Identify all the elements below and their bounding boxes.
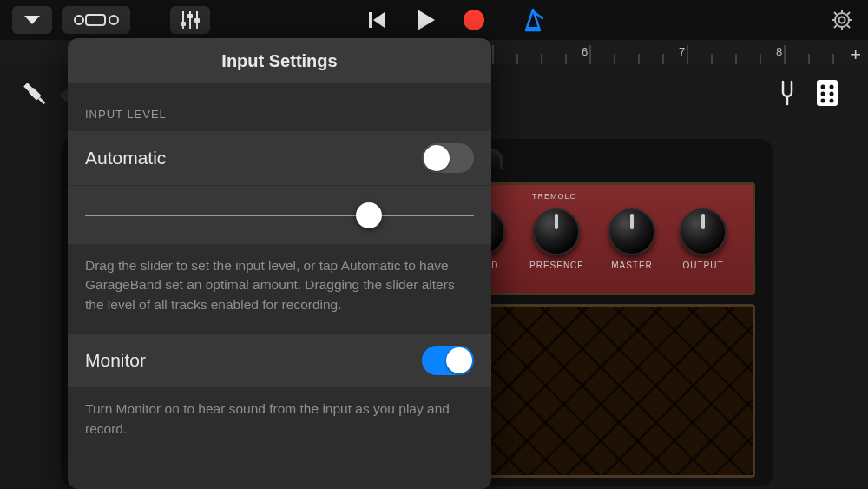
input-level-section-label: INPUT LEVEL: [68, 83, 491, 131]
input-level-slider-row: [68, 185, 491, 244]
monitor-label: Monitor: [85, 350, 422, 371]
tuner-button[interactable]: [774, 80, 800, 106]
amp-knob-presence[interactable]: [533, 208, 580, 255]
svg-line-26: [834, 25, 837, 28]
automatic-switch[interactable]: [422, 143, 474, 173]
svg-marker-0: [24, 16, 40, 24]
svg-point-3: [109, 16, 118, 24]
svg-point-1: [75, 16, 83, 24]
go-to-start-button[interactable]: [359, 6, 394, 34]
input-level-slider[interactable]: [85, 215, 474, 216]
amp-section-label: TREMOLO: [532, 192, 577, 201]
svg-rect-16: [527, 27, 539, 30]
svg-rect-8: [187, 14, 193, 18]
tracks-view-button[interactable]: [62, 6, 130, 34]
svg-line-25: [847, 12, 850, 15]
svg-point-18: [839, 17, 845, 23]
play-icon: [416, 9, 435, 31]
app-root: 6 7 8 + TREMOLO SPEED PRESENCE MASTER OU…: [0, 0, 868, 489]
monitor-row: Monitor: [68, 334, 491, 387]
amp-knob-label: PRESENCE: [529, 261, 584, 270]
svg-line-24: [847, 25, 850, 28]
mixer-button[interactable]: [170, 6, 210, 34]
toolbar: [0, 0, 868, 40]
amp-presets-icon: [814, 78, 840, 108]
svg-point-17: [835, 13, 849, 27]
automatic-row: Automatic: [68, 131, 491, 185]
ruler-num: 6: [582, 45, 588, 58]
record-icon: [462, 8, 486, 32]
monitor-switch[interactable]: [422, 346, 474, 375]
amp-knob-master[interactable]: [608, 208, 655, 255]
svg-rect-2: [86, 15, 105, 25]
svg-marker-12: [418, 10, 435, 30]
svg-rect-10: [369, 12, 372, 28]
svg-rect-9: [194, 18, 200, 23]
amp-knob-output[interactable]: [680, 208, 727, 255]
add-section-button[interactable]: +: [850, 43, 861, 66]
gear-icon: [830, 8, 854, 32]
sliders-icon: [180, 11, 201, 29]
audio-jack-icon: [19, 78, 50, 109]
amp-knob-label: OUTPUT: [682, 261, 723, 270]
chevron-down-icon: [24, 15, 40, 25]
record-button[interactable]: [457, 6, 491, 34]
amp-knob-label: MASTER: [611, 261, 653, 270]
svg-point-51: [830, 92, 834, 96]
popover-title: Input Settings: [68, 38, 491, 83]
svg-line-45: [39, 98, 44, 103]
input-level-slider-thumb[interactable]: [356, 202, 382, 228]
input-plug-button[interactable]: [19, 78, 50, 109]
svg-point-52: [821, 99, 825, 103]
input-level-help-text: Drag the slider to set the input level, …: [68, 244, 491, 334]
svg-point-53: [830, 99, 834, 103]
amp-presets-button[interactable]: [814, 78, 840, 108]
svg-point-48: [821, 85, 825, 89]
svg-rect-7: [181, 22, 186, 26]
tracks-icon: [74, 11, 119, 29]
input-settings-popover: Input Settings INPUT LEVEL Automatic Dra…: [68, 38, 491, 489]
svg-point-13: [464, 10, 484, 30]
svg-rect-47: [817, 80, 838, 106]
svg-marker-11: [373, 12, 385, 28]
automatic-label: Automatic: [85, 148, 422, 169]
settings-button[interactable]: [825, 6, 859, 34]
svg-point-49: [830, 85, 834, 89]
tuning-fork-icon: [774, 80, 800, 106]
nav-dropdown-button[interactable]: [12, 6, 52, 34]
monitor-help-text: Turn Monitor on to hear sound from the i…: [68, 387, 491, 458]
svg-line-23: [834, 12, 837, 15]
ruler-num: 7: [679, 45, 685, 58]
ruler-num: 8: [776, 45, 782, 58]
svg-point-50: [821, 92, 825, 96]
play-button[interactable]: [408, 6, 443, 34]
metronome-icon: [521, 8, 545, 32]
skip-back-icon: [367, 10, 386, 30]
metronome-button[interactable]: [516, 6, 550, 34]
